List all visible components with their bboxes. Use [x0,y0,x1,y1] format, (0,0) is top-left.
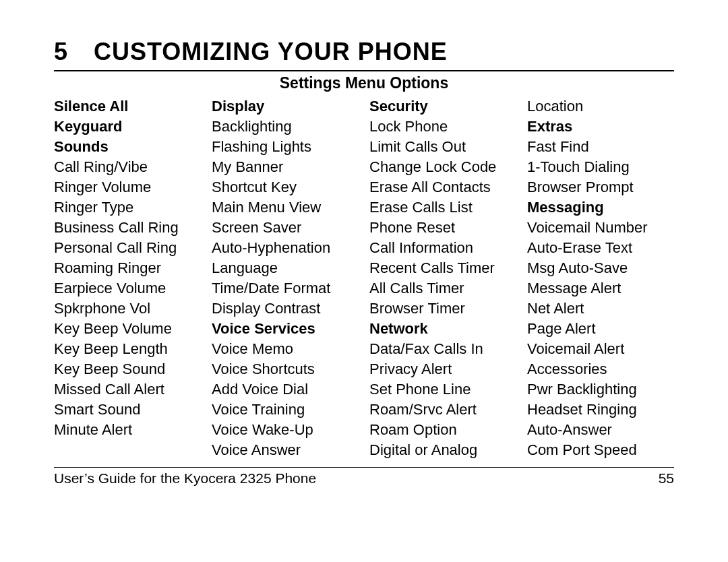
settings-item: Key Beep Length [54,339,201,359]
settings-item: Privacy Alert [369,359,516,379]
settings-item: Add Voice Dial [212,379,359,400]
settings-item: Fast Find [527,137,674,157]
settings-category: Silence All [54,96,201,117]
settings-item: Personal Call Ring [54,238,201,258]
settings-item: Headset Ringing [527,400,674,420]
settings-item: Voice Memo [212,339,359,359]
settings-item: Auto-Erase Text [527,238,674,258]
settings-category: Extras [527,117,674,137]
section-title: Settings Menu Options [54,74,674,92]
settings-item: Change Lock Code [369,157,516,177]
settings-item: Limit Calls Out [369,137,516,157]
chapter-number: 5 [54,38,86,66]
settings-item: Page Alert [527,319,674,339]
settings-category: Security [369,96,516,117]
settings-column: LocationExtrasFast Find1-Touch DialingBr… [527,96,674,460]
settings-item: Key Beep Sound [54,359,201,379]
settings-item: Main Menu View [212,197,359,218]
settings-item: Voice Wake-Up [212,420,359,440]
settings-item: Erase Calls List [369,197,516,218]
settings-item: Msg Auto-Save [527,258,674,278]
settings-item: Voice Training [212,400,359,420]
settings-item: Browser Prompt [527,177,674,197]
settings-item: Lock Phone [369,117,516,137]
settings-category: Sounds [54,137,201,157]
chapter-title: 5 CUSTOMIZING YOUR PHONE [54,38,674,66]
settings-item: Voice Answer [212,440,359,460]
settings-item: Ringer Volume [54,177,201,197]
settings-item: Roaming Ringer [54,258,201,278]
settings-item: Time/Date Format [212,278,359,299]
settings-item: Call Information [369,238,516,258]
settings-item: Flashing Lights [212,137,359,157]
settings-item: Earpiece Volume [54,278,201,299]
bottom-rule [54,467,674,468]
settings-item: Smart Sound [54,400,201,420]
settings-item: Voicemail Number [527,218,674,238]
settings-category: Voice Services [212,319,359,339]
settings-item: Set Phone Line [369,379,516,400]
settings-category: Display [212,96,359,117]
settings-item: Call Ring/Vibe [54,157,201,177]
settings-item: Language [212,258,359,278]
settings-item: Display Contrast [212,299,359,319]
settings-item: Recent Calls Timer [369,258,516,278]
settings-category: Messaging [527,197,674,218]
settings-item: Com Port Speed [527,440,674,460]
settings-item: Roam Option [369,420,516,440]
page: 5 CUSTOMIZING YOUR PHONE Settings Menu O… [0,0,728,562]
footer-left: User’s Guide for the Kyocera 2325 Phone [54,470,316,487]
settings-item: Minute Alert [54,420,201,440]
settings-item: Roam/Srvc Alert [369,400,516,420]
page-footer: User’s Guide for the Kyocera 2325 Phone … [54,469,674,487]
settings-item: Erase All Contacts [369,177,516,197]
settings-item: Pwr Backlighting [527,379,674,400]
settings-column: Silence AllKeyguardSoundsCall Ring/VibeR… [54,96,201,460]
settings-item: Backlighting [212,117,359,137]
settings-item: Data/Fax Calls In [369,339,516,359]
settings-item: Phone Reset [369,218,516,238]
settings-column: SecurityLock PhoneLimit Calls OutChange … [369,96,516,460]
settings-item: Screen Saver [212,218,359,238]
settings-item: All Calls Timer [369,278,516,299]
top-rule [54,70,674,71]
settings-item: 1-Touch Dialing [527,157,674,177]
chapter-title-text: CUSTOMIZING YOUR PHONE [94,38,448,65]
settings-item: Auto-Hyphenation [212,238,359,258]
settings-item: Key Beep Volume [54,319,201,339]
settings-column: DisplayBacklightingFlashing LightsMy Ban… [212,96,359,460]
settings-category: Keyguard [54,117,201,137]
settings-item: Net Alert [527,299,674,319]
settings-item: My Banner [212,157,359,177]
settings-item: Missed Call Alert [54,379,201,400]
settings-item: Ringer Type [54,197,201,218]
settings-item: Digital or Analog [369,440,516,460]
settings-item: Accessories [527,359,674,379]
settings-item: Browser Timer [369,299,516,319]
footer-page-number: 55 [659,470,674,487]
settings-item: Location [527,96,674,117]
settings-columns: Silence AllKeyguardSoundsCall Ring/VibeR… [54,96,674,460]
settings-item: Business Call Ring [54,218,201,238]
settings-item: Auto-Answer [527,420,674,440]
settings-item: Voice Shortcuts [212,359,359,379]
settings-category: Network [369,319,516,339]
settings-item: Message Alert [527,278,674,299]
settings-item: Shortcut Key [212,177,359,197]
settings-item: Spkrphone Vol [54,299,201,319]
settings-item: Voicemail Alert [527,339,674,359]
